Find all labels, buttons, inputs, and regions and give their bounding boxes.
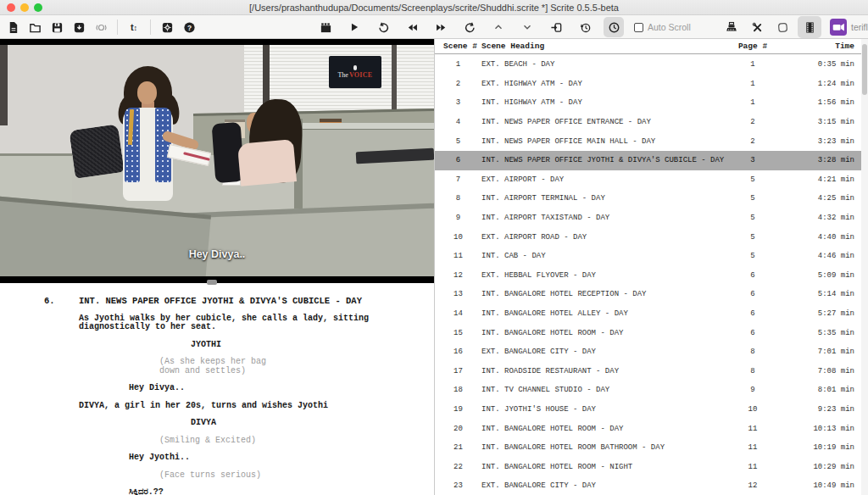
video-player[interactable]: TheVOICE TheVOICE	[0, 39, 434, 283]
scene-num-cell: 20	[435, 425, 481, 433]
typewriter-icon	[725, 20, 738, 34]
scene-row[interactable]: 5INT. NEWS PAPER OFFICE MAIN HALL - DAY2…	[435, 131, 868, 151]
scene-time-cell: 10:29 min	[776, 463, 868, 471]
window-mullion	[392, 45, 397, 116]
scene-time-cell: 4:40 min	[776, 233, 868, 242]
zoom-button[interactable]	[34, 3, 42, 12]
scene-row[interactable]: 23EXT. BANGALORE CITY - DAY1210:49 min	[435, 476, 868, 495]
scene-row[interactable]: 8INT. AIRPORT TERMINAL - DAY54:25 min	[435, 189, 868, 209]
restart-button[interactable]	[373, 17, 393, 37]
shape-view-button[interactable]	[772, 17, 793, 37]
tools-button[interactable]	[747, 17, 767, 37]
script-action: DIVYA, a girl in her 20s, turns and wish…	[79, 402, 403, 411]
save-button[interactable]	[47, 17, 67, 37]
scene-row[interactable]: 6INT. NEWS PAPER OFFICE JYOTHI & DIVYA'S…	[435, 151, 868, 170]
scene-row[interactable]: 15INT. BANGALORE HOTEL ROOM - DAY65:35 m…	[435, 323, 868, 342]
scene-row[interactable]: 13INT. BANGALORE HOTEL RECEPTION - DAY65…	[435, 285, 868, 304]
scene-heading-cell: EXT. HIGHWAY ATM - DAY	[481, 80, 729, 88]
fast-forward-button[interactable]	[431, 17, 451, 37]
scene-num-cell: 3	[435, 98, 481, 107]
new-file-button[interactable]	[3, 17, 23, 37]
scene-row[interactable]: 3INT. HIGHWAY ATM - DAY11:56 min	[435, 93, 868, 113]
scene-heading-cell: INT. NEWS PAPER OFFICE JYOTHI & DIVYA'S …	[481, 156, 729, 164]
scene-time-cell: 0:35 min	[776, 60, 868, 69]
column-header-scene-heading: Scene Heading	[481, 42, 729, 51]
close-button[interactable]	[7, 3, 15, 12]
scene-list-scrollbar[interactable]	[861, 39, 868, 495]
scene-heading-cell: INT. AIRPORT TAXISTAND - DAY	[481, 214, 729, 222]
current-time-button[interactable]	[604, 17, 624, 37]
teriflix-button[interactable]: teriflix	[830, 19, 868, 36]
microphone-icon	[353, 65, 357, 70]
sync-button[interactable]	[91, 17, 111, 37]
scene-row[interactable]: 22INT. BANGALORE HOTEL ROOM - NIGHT1110:…	[435, 457, 868, 476]
minimize-button[interactable]	[20, 3, 29, 12]
scene-row[interactable]: 20INT. BANGALORE HOTEL ROOM - DAY1110:13…	[435, 419, 868, 438]
scene-time-cell: 4:25 min	[776, 194, 868, 203]
refresh-button[interactable]	[459, 17, 480, 37]
scene-heading-cell: INT. BANGALORE HOTEL ALLEY - DAY	[481, 309, 729, 318]
typewriter-button[interactable]	[721, 17, 742, 37]
scene-heading-cell: EXT. BANGALORE CITY - DAY	[481, 348, 729, 356]
rewind-button[interactable]	[402, 17, 422, 37]
filmstrip-view-button[interactable]	[798, 16, 821, 38]
play-icon	[348, 21, 360, 33]
standing-woman-face	[137, 81, 157, 104]
scene-time-cell: 5:27 min	[776, 309, 868, 318]
play-button[interactable]	[344, 17, 364, 37]
scene-table-rows: 1EXT. BEACH - DAY10:35 min2EXT. HIGHWAY …	[435, 55, 868, 495]
export-button[interactable]	[69, 17, 89, 37]
video-resize-handle[interactable]	[207, 280, 217, 285]
scene-row[interactable]: 1EXT. BEACH - DAY10:35 min	[435, 55, 868, 75]
auto-scroll-checkbox[interactable]	[634, 23, 643, 32]
auto-scroll-label: Auto Scroll	[648, 22, 691, 32]
history-icon	[579, 21, 592, 34]
script-parenthetical: (Face turns serious)	[159, 471, 434, 481]
scene-row[interactable]: 21INT. BANGALORE HOTEL ROOM BATHROOM - D…	[435, 438, 868, 458]
scene-row[interactable]: 7EXT. AIRPORT - DAY54:21 min	[435, 170, 868, 190]
scene-num-cell: 1	[435, 60, 481, 69]
scene-row[interactable]: 17INT. ROADSIDE RESTAURANT - DAY87:08 mi…	[435, 362, 868, 381]
scene-num-cell: 15	[435, 329, 481, 337]
scene-row[interactable]: 10EXT. AIRPORT ROAD - DAY54:40 min	[435, 227, 868, 247]
scene-row[interactable]: 12EXT. HEBBAL FLYOVER - DAY65:09 min	[435, 266, 868, 286]
scroll-up-button[interactable]	[488, 17, 509, 37]
scene-time-cell: 1:56 min	[776, 98, 868, 107]
help-button[interactable]: ?	[179, 17, 199, 37]
column-header-scene-number: Scene #	[435, 42, 481, 51]
scene-row[interactable]: 18INT. TV CHANNEL STUDIO - DAY98:01 min	[435, 381, 868, 400]
scene-row[interactable]: 11INT. CAB - DAY54:46 min	[435, 247, 868, 266]
video-subtitle: Hey Divya..	[189, 248, 246, 260]
settings-button[interactable]	[157, 17, 177, 37]
main-area: TheVOICE TheVOICE	[0, 39, 868, 495]
scene-row[interactable]: 4INT. NEWS PAPER OFFICE ENTRANCE - DAY23…	[435, 113, 868, 132]
scene-row[interactable]: 2EXT. HIGHWAY ATM - DAY11:24 min	[435, 75, 868, 94]
scene-row[interactable]: 9INT. AIRPORT TAXISTAND - DAY54:32 min	[435, 209, 868, 228]
help-icon: ?	[183, 21, 196, 34]
chevron-up-icon	[492, 21, 504, 33]
slate-button[interactable]	[315, 17, 336, 37]
scrollbar-thumb[interactable]	[862, 44, 867, 95]
toolbar: t↕ ?	[0, 15, 868, 39]
jump-to-icon	[550, 21, 563, 34]
scene-row[interactable]: 14INT. BANGALORE HOTEL ALLEY - DAY65:27 …	[435, 304, 868, 324]
open-button[interactable]	[25, 17, 45, 37]
reorder-button[interactable]: t↕	[124, 17, 144, 37]
scene-row[interactable]: 19INT. JYOTHI'S HOUSE - DAY109:23 min	[435, 400, 868, 420]
scene-heading-cell: EXT. BEACH - DAY	[481, 60, 729, 69]
screenplay-editor[interactable]: 6.INT. NEWS PAPER OFFICE JYOTHI & DIVYA'…	[0, 283, 434, 495]
refresh-icon	[464, 21, 476, 34]
auto-scroll-toggle[interactable]: Auto Scroll	[634, 22, 691, 32]
subtitle-bar: Hey Divya..	[0, 246, 434, 261]
scene-time-cell: 3:23 min	[776, 137, 868, 146]
scroll-down-button[interactable]	[517, 17, 537, 37]
script-blocks: 6.INT. NEWS PAPER OFFICE JYOTHI & DIVYA'…	[0, 297, 434, 495]
scene-heading-cell: INT. HIGHWAY ATM - DAY	[481, 98, 729, 107]
scene-num-cell: 10	[435, 233, 481, 242]
scene-page-cell: 6	[729, 290, 776, 298]
history-button[interactable]	[575, 17, 595, 37]
scene-num-cell: 21	[435, 443, 481, 452]
scene-row[interactable]: 16EXT. BANGALORE CITY - DAY87:01 min	[435, 342, 868, 362]
scene-heading-cell: INT. BANGALORE HOTEL RECEPTION - DAY	[481, 290, 729, 298]
jump-to-button[interactable]	[546, 17, 566, 37]
